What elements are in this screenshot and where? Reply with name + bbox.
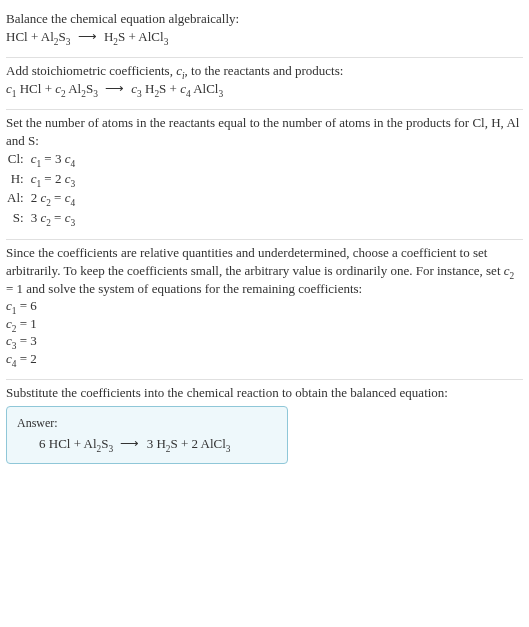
- heading-text: Set the number of atoms in the reactants…: [6, 114, 523, 149]
- element-label: Al:: [6, 188, 30, 208]
- heading-text: Substitute the coefficients into the che…: [6, 384, 523, 402]
- balanced-reaction: 6 HCl + Al2S3 ⟶ 3 H2S + 2 AlCl3: [17, 435, 277, 453]
- section-balance-heading: Balance the chemical equation algebraica…: [6, 6, 523, 53]
- unbalanced-reaction: HCl + Al2S3 ⟶ H2S + AlCl3: [6, 28, 523, 46]
- heading-text: Add stoichiometric coefficients, ci, to …: [6, 62, 523, 80]
- section-solve: Since the coefficients are relative quan…: [6, 240, 523, 375]
- reaction-arrow-icon: ⟶: [74, 29, 101, 44]
- coefficient-reaction: c1 HCl + c2 Al2S3 ⟶ c3 H2S + c4 AlCl3: [6, 80, 523, 98]
- product-2: AlCl3: [138, 29, 168, 44]
- table-row: S: 3 c2 = c3: [6, 208, 76, 228]
- table-row: H: c1 = 2 c3: [6, 169, 76, 189]
- product-1: H2S: [104, 29, 129, 44]
- explanation-text: Since the coefficients are relative quan…: [6, 244, 523, 297]
- equation-cell: c1 = 2 c3: [30, 169, 77, 189]
- element-label: S:: [6, 208, 30, 228]
- section-answer: Substitute the coefficients into the che…: [6, 380, 523, 471]
- equation-cell: c1 = 3 c4: [30, 149, 77, 169]
- plus-sign: +: [128, 29, 135, 44]
- answer-box: Answer: 6 HCl + Al2S3 ⟶ 3 H2S + 2 AlCl3: [6, 406, 288, 464]
- heading-text: Balance the chemical equation algebraica…: [6, 10, 523, 28]
- reaction-arrow-icon: ⟶: [101, 81, 128, 96]
- plus-sign: +: [31, 29, 38, 44]
- reactant-2: Al2S3: [41, 29, 74, 44]
- solution-line: c4 = 2: [6, 350, 523, 368]
- solutions-list: c1 = 6 c2 = 1 c3 = 3 c4 = 2: [6, 297, 523, 367]
- section-element-balance: Set the number of atoms in the reactants…: [6, 110, 523, 235]
- element-label: H:: [6, 169, 30, 189]
- reactant-1: HCl: [6, 29, 28, 44]
- equation-cell: 2 c2 = c4: [30, 188, 77, 208]
- equation-cell: 3 c2 = c3: [30, 208, 77, 228]
- section-add-coefficients: Add stoichiometric coefficients, ci, to …: [6, 58, 523, 105]
- table-row: Al: 2 c2 = c4: [6, 188, 76, 208]
- table-row: Cl: c1 = 3 c4: [6, 149, 76, 169]
- solution-line: c3 = 3: [6, 332, 523, 350]
- solution-line: c2 = 1: [6, 315, 523, 333]
- balance-equations-table: Cl: c1 = 3 c4 H: c1 = 2 c3 Al: 2 c2 = c4…: [6, 149, 76, 227]
- answer-label: Answer:: [17, 415, 277, 431]
- reaction-arrow-icon: ⟶: [116, 436, 143, 451]
- element-label: Cl:: [6, 149, 30, 169]
- solution-line: c1 = 6: [6, 297, 523, 315]
